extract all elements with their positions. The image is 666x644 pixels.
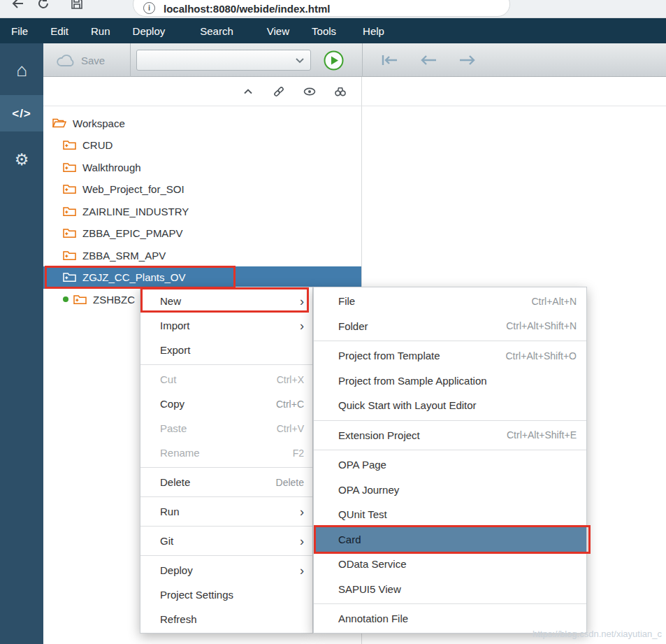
preview-eye-icon[interactable] (303, 85, 317, 99)
context-menu-item-rename[interactable]: Rename F2 (140, 441, 312, 465)
tree-item-zbba-epic-pmapv[interactable]: ZBBA_EPIC_PMAPV (43, 222, 361, 245)
menu-help[interactable]: Help (352, 18, 396, 43)
run-button[interactable] (323, 50, 345, 71)
url-text: localhost:8080/webide/index.html (164, 3, 330, 15)
project-folder-icon (63, 228, 76, 238)
submenu-arrow-icon: › (300, 535, 304, 548)
submenu-item-opa-journey[interactable]: OPA Journey (314, 478, 586, 503)
context-menu-item-import[interactable]: Import › (140, 313, 312, 338)
cloud-save-icon (56, 54, 75, 67)
menu-tools[interactable]: Tools (301, 18, 347, 43)
site-info-icon[interactable]: i (143, 2, 155, 14)
context-menu-item-new[interactable]: New › (140, 289, 312, 313)
submenu-item-annotation-file[interactable]: Annotation File (314, 606, 586, 631)
collapse-all-icon[interactable] (241, 85, 255, 99)
context-menu-item-project-settings[interactable]: Project Settings (140, 582, 312, 607)
last-edit-location-icon[interactable] (379, 53, 400, 67)
project-folder-icon (73, 294, 87, 305)
tree-item-zbba-srm-apv[interactable]: ZBBA_SRM_APV (43, 245, 361, 267)
project-folder-icon (63, 206, 76, 217)
navigate-back-icon[interactable] (418, 53, 439, 67)
menu-deploy[interactable]: Deploy (122, 18, 177, 43)
navigate-forward-icon[interactable] (457, 53, 478, 67)
project-folder-icon (63, 140, 76, 150)
new-submenu: File Ctrl+Alt+N Folder Ctrl+Alt+Shift+N … (313, 287, 587, 634)
context-menu-item-run[interactable]: Run › (140, 499, 312, 524)
context-menu-item-refresh[interactable]: Refresh (140, 607, 312, 631)
menu-file[interactable]: File (0, 18, 39, 43)
submenu-item-qunit-test[interactable]: QUnit Test (314, 502, 586, 527)
submenu-item-folder[interactable]: Folder Ctrl+Alt+Shift+N (314, 314, 586, 339)
save-button[interactable]: Save (56, 43, 105, 77)
perspective-sidebar: ⌂ </> ⚙ (0, 43, 43, 644)
menu-divider (314, 341, 586, 341)
menu-divider (140, 496, 312, 497)
submenu-item-project-from-sample-application[interactable]: Project from Sample Application (314, 368, 586, 394)
context-menu-item-export[interactable]: Export (140, 338, 312, 362)
run-configuration-select[interactable] (136, 50, 311, 71)
address-bar[interactable]: i localhost:8080/webide/index.html (133, 0, 510, 17)
watermark-text: https://blog.csdn.net/xiayutian_c (533, 629, 662, 639)
sidebar-item-development[interactable]: </> (0, 95, 43, 131)
link-editor-icon[interactable] (272, 85, 286, 99)
tree-item-crud[interactable]: CRUD (43, 134, 361, 157)
menu-divider (140, 467, 312, 468)
find-binoculars-icon[interactable] (333, 85, 347, 99)
modified-indicator-dot (63, 296, 68, 302)
menu-divider (140, 526, 312, 527)
menu-divider (314, 603, 586, 604)
submenu-item-sapui5-view[interactable]: SAPUI5 View (314, 577, 586, 602)
context-menu-item-paste[interactable]: Paste Ctrl+V (140, 416, 312, 441)
submenu-item-opa-page[interactable]: OPA Page (314, 452, 586, 478)
context-menu-item-copy[interactable]: Copy Ctrl+C (140, 392, 312, 416)
submenu-arrow-icon: › (300, 320, 304, 332)
home-icon: ⌂ (16, 61, 27, 79)
menu-edit[interactable]: Edit (39, 18, 80, 43)
tree-item-zairline-industry[interactable]: ZAIRLINE_INDUSTRY (43, 201, 361, 223)
context-menu-item-cut[interactable]: Cut Ctrl+X (140, 367, 312, 392)
tree-item-walkthrough[interactable]: Walkthrough (43, 157, 361, 179)
browser-save-page-icon[interactable] (70, 0, 84, 10)
code-icon: </> (12, 108, 31, 120)
context-menu: New › Import › Export Cut Ctrl+X Copy Ct… (140, 287, 313, 634)
menu-divider (314, 420, 586, 421)
save-button-label: Save (81, 55, 105, 66)
menu-search[interactable]: Search (189, 18, 245, 43)
sap-webide-window: i localhost:8080/webide/index.html File … (0, 0, 666, 644)
toolbar-divider (362, 43, 363, 77)
browser-toolbar: i localhost:8080/webide/index.html (0, 0, 666, 18)
project-folder-icon (63, 162, 76, 173)
context-menu-item-delete[interactable]: Delete Delete (140, 470, 312, 494)
sidebar-item-home[interactable]: ⌂ (0, 53, 43, 87)
menu-divider (140, 364, 312, 365)
project-folder-icon (63, 272, 76, 282)
submenu-item-odata-service[interactable]: OData Service (314, 552, 586, 577)
tree-item-zgjz-cc-plants-ov[interactable]: ZGJZ_CC_Plants_OV (43, 266, 361, 289)
dropdown-chevron-icon (295, 57, 305, 64)
sidebar-item-settings[interactable]: ⚙ (0, 143, 43, 176)
submenu-item-quick-start-with-layout-editor[interactable]: Quick Start with Layout Editor (314, 393, 586, 418)
toolbar-divider (130, 43, 131, 77)
menu-divider (140, 555, 312, 556)
menu-divider (314, 450, 586, 450)
submenu-item-card[interactable]: Card (314, 527, 586, 552)
submenu-arrow-icon: › (300, 295, 304, 308)
tree-item-web-project-for-soi[interactable]: Web_Project_for_SOI (43, 178, 361, 201)
menu-view[interactable]: View (256, 18, 301, 43)
menu-run[interactable]: Run (80, 18, 122, 43)
gear-icon: ⚙ (15, 152, 29, 168)
context-menu-item-git[interactable]: Git › (140, 529, 312, 553)
tree-item-workspace[interactable]: Workspace (43, 112, 361, 134)
submenu-item-extension-project[interactable]: Extension Project Ctrl+Alt+Shift+E (314, 423, 586, 448)
main-menu-bar: File Edit Run Deploy Search View Tools H… (0, 18, 666, 43)
submenu-item-project-from-template[interactable]: Project from Template Ctrl+Alt+Shift+O (314, 343, 586, 368)
submenu-item-file[interactable]: File Ctrl+Alt+N (314, 289, 586, 314)
main-toolbar: Save (43, 43, 666, 77)
submenu-arrow-icon: › (300, 564, 304, 577)
project-folder-icon (63, 250, 76, 261)
context-menu-item-deploy[interactable]: Deploy › (140, 558, 312, 582)
open-folder-icon (52, 117, 66, 129)
browser-back-icon[interactable] (11, 0, 25, 10)
submenu-arrow-icon: › (300, 506, 304, 518)
browser-refresh-icon[interactable] (36, 0, 50, 10)
